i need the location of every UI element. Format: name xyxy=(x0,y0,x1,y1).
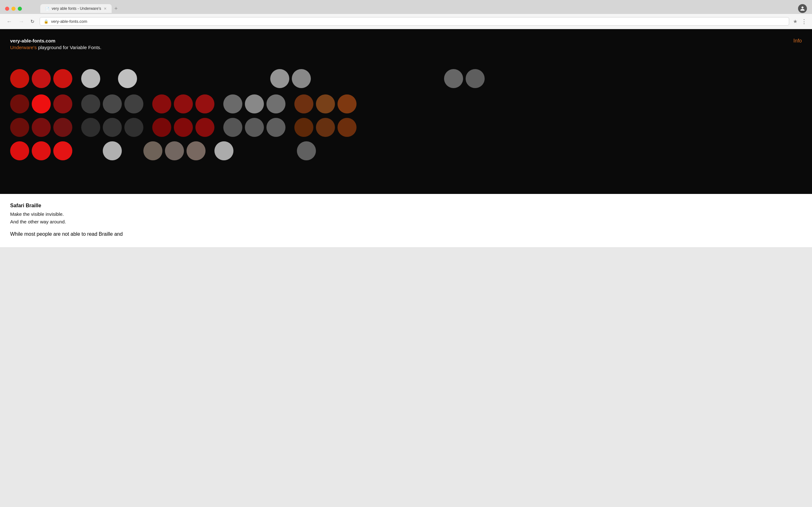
info-link[interactable]: Info xyxy=(793,38,802,44)
dot xyxy=(223,95,242,113)
dot xyxy=(124,118,143,137)
site-header: very-able-fonts.com Underware's playgrou… xyxy=(10,38,802,50)
dot xyxy=(245,118,264,137)
dot xyxy=(338,95,357,113)
page-content: very-able-fonts.com Underware's playgrou… xyxy=(0,29,812,247)
dots-row-3 xyxy=(10,118,802,137)
canvas-area: very-able-fonts.com Underware's playgrou… xyxy=(0,29,812,194)
dot xyxy=(338,118,357,137)
dot xyxy=(294,118,313,137)
dot xyxy=(297,141,316,160)
fullscreen-button[interactable] xyxy=(18,7,22,11)
text-title: Safari Braille xyxy=(10,203,802,209)
dot xyxy=(294,95,313,113)
back-button[interactable]: ← xyxy=(5,17,13,26)
browser-chrome: 📄 very able fonts - Underware's ✕ + ← → … xyxy=(0,0,812,29)
dot xyxy=(444,69,463,88)
reload-button[interactable]: ↻ xyxy=(29,17,36,26)
dot xyxy=(174,118,193,137)
dot xyxy=(81,118,100,137)
new-tab-button[interactable]: + xyxy=(112,4,120,13)
dot xyxy=(53,141,72,160)
dot xyxy=(32,95,51,113)
dot xyxy=(174,95,193,113)
dot xyxy=(53,69,72,88)
subtitle-rest: playground for Variable Fonts. xyxy=(37,45,101,50)
dot xyxy=(10,118,29,137)
active-tab[interactable]: 📄 very able fonts - Underware's ✕ xyxy=(40,4,112,13)
dot xyxy=(10,95,29,113)
dot xyxy=(466,69,485,88)
dot xyxy=(81,95,100,113)
dot xyxy=(266,118,286,137)
browser-menu-button[interactable]: ⋮ xyxy=(801,18,807,25)
close-button[interactable] xyxy=(5,7,9,11)
dot xyxy=(214,141,234,160)
dot xyxy=(270,69,289,88)
tab-title: very able fonts - Underware's xyxy=(52,6,101,11)
text-line1: Make the visible invisible. xyxy=(10,211,64,217)
dot xyxy=(187,141,206,160)
dot xyxy=(165,141,184,160)
dot xyxy=(223,118,242,137)
dots-row-1 xyxy=(10,69,802,88)
forward-button[interactable]: → xyxy=(17,17,26,26)
text-paragraph: While most people are not able to read B… xyxy=(10,231,802,237)
text-line2: And the other way around. xyxy=(10,219,66,224)
url-text: very-able-fonts.com xyxy=(51,19,87,24)
dot xyxy=(10,69,29,88)
dot xyxy=(32,118,51,137)
address-bar[interactable]: 🔒 very-able-fonts.com xyxy=(40,17,789,26)
text-line4: While most people are not able to read B… xyxy=(10,231,123,237)
dot xyxy=(32,141,51,160)
dot xyxy=(316,95,335,113)
dot xyxy=(103,95,122,113)
dot xyxy=(195,118,214,137)
dot xyxy=(152,95,171,113)
text-section: Safari Braille Make the visible invisibl… xyxy=(0,194,812,247)
browser-toolbar: ← → ↻ 🔒 very-able-fonts.com ★ ⋮ xyxy=(0,14,812,29)
dot xyxy=(152,118,171,137)
dot xyxy=(10,141,29,160)
dot xyxy=(245,95,264,113)
tab-close-icon[interactable]: ✕ xyxy=(104,7,107,11)
profile-button[interactable] xyxy=(798,4,807,13)
brand-name[interactable]: Underware's xyxy=(10,45,37,50)
dot xyxy=(81,69,100,88)
dots-row-2 xyxy=(10,95,802,113)
text-body: Make the visible invisible. And the othe… xyxy=(10,210,802,226)
dot xyxy=(143,141,162,160)
dot xyxy=(103,141,122,160)
minimize-button[interactable] xyxy=(11,7,15,11)
dot xyxy=(124,95,143,113)
dot xyxy=(266,95,286,113)
dots-row-4 xyxy=(10,141,802,160)
dot xyxy=(53,118,72,137)
dot xyxy=(118,69,137,88)
dot xyxy=(316,118,335,137)
dot xyxy=(292,69,311,88)
traffic-lights xyxy=(5,7,22,11)
bookmark-button[interactable]: ★ xyxy=(793,18,798,24)
title-bar: 📄 very able fonts - Underware's ✕ + xyxy=(0,0,812,14)
dot xyxy=(32,69,51,88)
dot xyxy=(103,118,122,137)
dot xyxy=(53,95,72,113)
tab-page-icon: 📄 xyxy=(45,7,49,10)
dots-container xyxy=(10,63,802,170)
site-title: very-able-fonts.com xyxy=(10,38,101,43)
lock-icon: 🔒 xyxy=(44,19,49,24)
site-subtitle: Underware's playground for Variable Font… xyxy=(10,45,101,50)
dot xyxy=(195,95,214,113)
